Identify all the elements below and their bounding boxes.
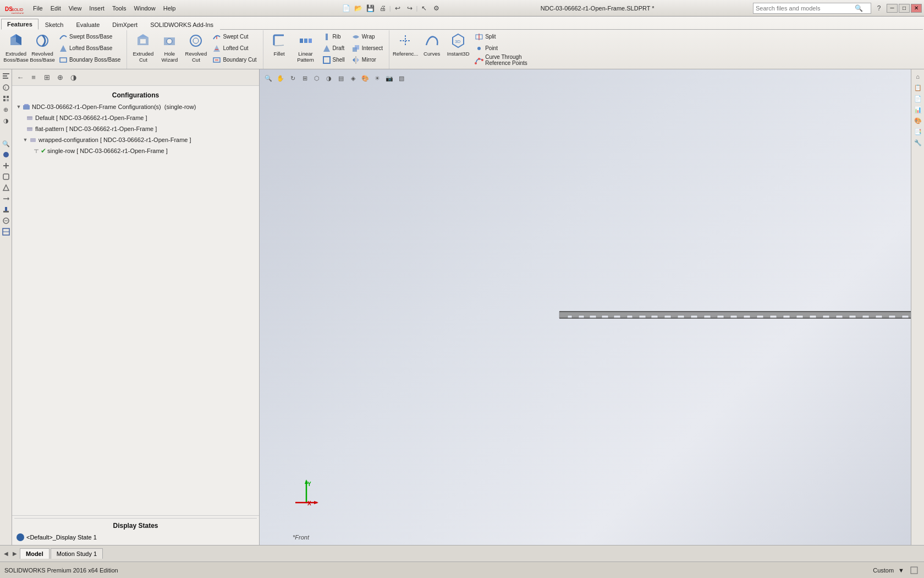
menu-insert[interactable]: Insert xyxy=(86,4,108,13)
new-icon[interactable]: 📄 xyxy=(341,3,352,14)
svg-text:SOLID: SOLID xyxy=(12,8,23,12)
shell-button[interactable]: Shell xyxy=(320,54,348,66)
search-icon[interactable]: 🔍 xyxy=(1,139,11,149)
draft-button[interactable]: Draft xyxy=(320,43,348,54)
rs-chart-icon[interactable]: 📊 xyxy=(913,105,923,114)
display-state-default[interactable]: <Default>_Display State 1 xyxy=(14,532,257,543)
tab-addins[interactable]: SOLIDWORKS Add-Ins xyxy=(144,19,219,30)
extruded-boss-button[interactable]: ExtrudedBoss/Base xyxy=(3,30,29,67)
undo-icon[interactable]: ↩ xyxy=(392,3,403,14)
rs-home-icon[interactable]: ⌂ xyxy=(913,72,923,81)
unknown-icon7[interactable] xyxy=(1,216,11,226)
tab-evaluate[interactable]: Evaluate xyxy=(70,19,106,30)
redo-icon[interactable]: ↪ xyxy=(404,3,415,14)
reference-button[interactable]: Referenc... xyxy=(393,30,418,67)
tree-root[interactable]: ▼ NDC-03-06662-r1-Open-Frame Configurati… xyxy=(14,101,257,112)
maximize-button[interactable]: □ xyxy=(899,4,910,13)
panel-split-button[interactable]: ⊞ xyxy=(41,72,53,84)
fillet-icon xyxy=(271,32,288,50)
tab-next-button[interactable]: ▶ xyxy=(11,550,19,558)
rs-clipboard-icon[interactable]: 📋 xyxy=(913,83,923,92)
search-input[interactable] xyxy=(756,5,855,12)
draft-icon xyxy=(322,44,331,53)
rs-data-icon[interactable]: 📑 xyxy=(913,127,923,137)
config-flat-pattern[interactable]: flat-pattern [ NDC-03-06662-r1-Open-Fram… xyxy=(14,123,257,134)
split-button[interactable]: Split xyxy=(472,31,530,42)
boundary-cut-button[interactable]: Boundary Cut xyxy=(210,54,259,66)
config-wrapped-parent[interactable]: ▼ wrapped-configuration [ NDC-03-06662-r… xyxy=(14,134,257,145)
tab-motion-study[interactable]: Motion Study 1 xyxy=(51,548,103,559)
search-icon[interactable]: 🔍 xyxy=(855,4,863,12)
unknown-icon1[interactable] xyxy=(1,150,11,160)
tab-features[interactable]: Features xyxy=(1,19,38,30)
wrap-button[interactable]: Wrap xyxy=(349,31,386,42)
tab-sketch[interactable]: Sketch xyxy=(39,19,70,30)
feature-manager-icon[interactable] xyxy=(1,72,11,81)
revolved-boss-button[interactable]: RevolvedBoss/Base xyxy=(30,30,55,67)
config-single-row[interactable]: ✔ single-row [ NDC-03-06662-r1-Open-Fram… xyxy=(14,145,257,156)
rib-button[interactable]: Rib xyxy=(320,31,348,42)
config-default[interactable]: Default [ NDC-03-06662-r1-Open-Frame ] xyxy=(14,112,257,123)
menu-view[interactable]: View xyxy=(65,4,85,13)
display-manager-icon[interactable]: ◑ xyxy=(1,116,11,126)
curve-through-ref-button[interactable]: Curve ThroughReference Points xyxy=(472,54,530,66)
print-icon[interactable]: 🖨 xyxy=(377,3,388,14)
menu-tools[interactable]: Tools xyxy=(109,4,130,13)
options-icon[interactable]: ⚙ xyxy=(431,3,442,14)
status-icon1[interactable] xyxy=(909,565,920,576)
rs-doc-icon[interactable]: 📄 xyxy=(913,94,923,103)
boundary-cut-label: Boundary Cut xyxy=(223,57,256,63)
swept-cut-button[interactable]: Swept Cut xyxy=(210,31,259,42)
save-icon[interactable]: 💾 xyxy=(365,3,376,14)
intersect-button[interactable]: Intersect xyxy=(349,43,386,54)
swept-boss-button[interactable]: Swept Boss/Base xyxy=(56,31,123,42)
help-icon[interactable]: ? xyxy=(873,3,884,14)
extruded-cut-button[interactable]: ExtrudedCut xyxy=(130,30,156,67)
unknown-icon5[interactable] xyxy=(1,194,11,204)
lofted-boss-button[interactable]: Lofted Boss/Base xyxy=(56,43,123,54)
view-label: *Front xyxy=(293,534,309,541)
boundary-boss-button[interactable]: Boundary Boss/Base xyxy=(56,54,123,66)
unknown-icon3[interactable] xyxy=(1,172,11,182)
viewport[interactable]: 🔍 ✋ ↻ ⊞ ⬡ ◑ ▤ ◈ 🎨 ☀ 📷 ▧ xyxy=(260,69,924,545)
unknown-icon6[interactable] xyxy=(1,205,11,215)
unknown-icon4[interactable] xyxy=(1,183,11,193)
rs-paint-icon[interactable]: 🎨 xyxy=(913,116,923,126)
panel-back-button[interactable]: ← xyxy=(14,72,26,84)
status-dropdown-icon[interactable]: ▼ xyxy=(898,567,904,574)
rs-tool-icon[interactable]: 🔧 xyxy=(913,138,923,148)
instant3d-button[interactable]: 3D Instant3D xyxy=(446,30,471,67)
panel-target-button[interactable]: ⊕ xyxy=(54,72,66,84)
curves-button[interactable]: Curves xyxy=(419,30,444,67)
svg-rect-64 xyxy=(23,105,30,110)
extruded-cut-label: ExtrudedCut xyxy=(133,51,153,63)
menu-help[interactable]: Help xyxy=(160,4,179,13)
tab-dimxpert[interactable]: DimXpert xyxy=(106,19,144,30)
minimize-button[interactable]: ─ xyxy=(887,4,898,13)
unknown-icon8[interactable] xyxy=(1,227,11,237)
linear-pattern-button[interactable]: LinearPattern xyxy=(293,30,318,67)
lofted-cut-button[interactable]: Lofted Cut xyxy=(210,43,259,54)
tab-model-active[interactable]: Model xyxy=(20,548,50,559)
panel-list-button[interactable]: ≡ xyxy=(28,72,40,84)
config-manager-icon[interactable] xyxy=(1,94,11,103)
hole-wizard-button[interactable]: HoleWizard xyxy=(157,30,182,67)
unknown-icon2[interactable] xyxy=(1,161,11,171)
fillet-button[interactable]: Fillet xyxy=(267,30,292,67)
search-box[interactable]: 🔍 xyxy=(753,3,871,14)
property-manager-icon[interactable]: i xyxy=(1,83,11,92)
instant3d-icon: 3D xyxy=(449,32,467,50)
menu-file[interactable]: File xyxy=(30,4,46,13)
revolved-cut-icon xyxy=(187,32,205,50)
dim-xpert-icon[interactable]: ⊕ xyxy=(1,105,11,114)
menu-edit[interactable]: Edit xyxy=(47,4,64,13)
open-icon[interactable]: 📂 xyxy=(353,3,364,14)
mirror-button[interactable]: Mirror xyxy=(349,54,386,66)
revolved-cut-button[interactable]: RevolvedCut xyxy=(183,30,208,67)
tab-prev-button[interactable]: ◀ xyxy=(2,550,10,558)
select-icon[interactable]: ↖ xyxy=(419,3,430,14)
point-button[interactable]: Point xyxy=(472,43,530,54)
menu-window[interactable]: Window xyxy=(131,4,159,13)
close-button[interactable]: ✕ xyxy=(911,4,922,13)
panel-display-button[interactable]: ◑ xyxy=(67,72,79,84)
